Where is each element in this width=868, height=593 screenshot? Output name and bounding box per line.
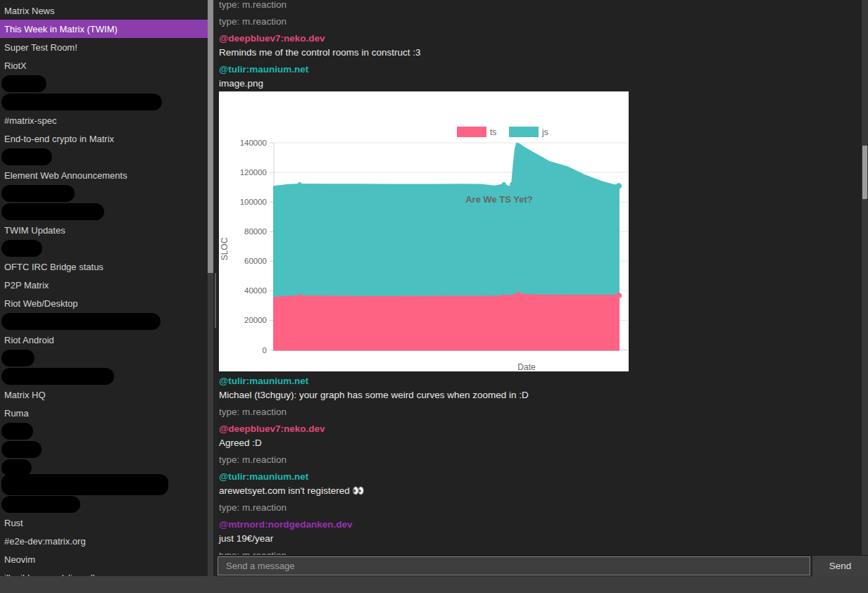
series-area-ts <box>274 294 619 350</box>
room-item[interactable]: OFTC IRC Bridge status <box>0 257 208 276</box>
image-attachment[interactable]: 020000400006000080000100000120000140000A… <box>219 91 629 371</box>
room-item[interactable]: Matrix HQ <box>0 385 208 404</box>
legend-label-js[interactable]: js <box>541 127 548 137</box>
room-name: #e2e-dev:matrix.org <box>4 536 86 547</box>
room-item[interactable]: Matrix News <box>0 1 208 20</box>
room-item-redacted[interactable] <box>0 312 208 331</box>
room-item[interactable]: Riot Android <box>0 331 208 349</box>
room-name: Riot Android <box>4 335 54 345</box>
legend-label-ts[interactable]: ts <box>490 127 496 137</box>
room-item-redacted[interactable] <box>0 148 208 166</box>
room-item[interactable]: illegible room (clipped) <box>0 568 208 576</box>
redacted-room-name <box>1 441 42 458</box>
message-sender[interactable]: @tulir:maunium.net <box>219 374 868 388</box>
sidebar-resize-handle[interactable] <box>215 273 216 328</box>
message: @mtrnord:nordgedanken.devjust 19€/year <box>219 518 868 546</box>
message-sender[interactable]: @tulir:maunium.net <box>219 63 868 77</box>
redacted-room-name <box>1 423 33 440</box>
message-list: type: m.reactiontype: m.reaction@deepblu… <box>219 0 868 555</box>
data-point-ts <box>616 293 622 298</box>
message-sender[interactable]: @deepbluev7:neko.dev <box>219 32 868 46</box>
y-tick-label: 120000 <box>240 168 267 177</box>
room-item-redacted[interactable] <box>0 495 208 514</box>
room-item-redacted[interactable] <box>0 440 208 459</box>
room-item[interactable]: Ruma <box>0 404 208 422</box>
redacted-room-name <box>1 240 42 257</box>
x-axis-title: Date <box>517 362 536 371</box>
data-point-ts <box>516 292 520 296</box>
data-point-js <box>298 182 302 186</box>
main-layout: Matrix NewsThis Week in Matrix (TWIM)Sup… <box>0 0 868 576</box>
legend-swatch-js[interactable] <box>509 127 539 137</box>
message-sender[interactable]: @mtrnord:nordgedanken.dev <box>219 518 868 532</box>
y-axis-title: SLOC <box>220 237 229 260</box>
message-body: just 19€/year <box>219 532 868 546</box>
data-point-js <box>502 182 506 186</box>
redacted-room-name <box>1 474 168 495</box>
room-name: Riot Web/Desktop <box>4 298 78 309</box>
room-name: Rust <box>4 518 23 528</box>
data-point-ts <box>502 294 506 298</box>
message-body: Agreed :D <box>219 436 868 450</box>
room-item-redacted[interactable] <box>0 75 208 93</box>
room-item[interactable]: Element Web Announcements <box>0 166 208 184</box>
message: @deepbluev7:neko.devReminds me of the co… <box>219 32 868 60</box>
room-item[interactable]: RiotX <box>0 56 208 75</box>
sloc-area-chart: 020000400006000080000100000120000140000A… <box>219 91 629 371</box>
event-type-text: type: m.reaction <box>219 549 868 555</box>
message: @tulir:maunium.netimage.png0200004000060… <box>219 63 868 371</box>
composer: Send <box>218 555 868 576</box>
room-item-redacted[interactable] <box>0 93 208 111</box>
room-item-redacted[interactable] <box>0 367 208 385</box>
message-sender[interactable]: @deepbluev7:neko.dev <box>219 422 868 436</box>
legend-swatch-ts[interactable] <box>457 127 486 137</box>
y-tick-label: 80000 <box>244 227 267 236</box>
room-item[interactable]: This Week in Matrix (TWIM) <box>0 20 208 38</box>
room-item-redacted[interactable] <box>0 349 208 367</box>
room-name: P2P Matrix <box>4 280 49 291</box>
message: @tulir:maunium.netMichael (t3chguy): you… <box>219 374 868 402</box>
event-meta: type: m.reaction <box>219 501 868 515</box>
timeline-scrollbar[interactable] <box>862 0 868 555</box>
room-item[interactable]: TWIM Updates <box>0 221 208 239</box>
room-item-redacted[interactable] <box>0 239 208 257</box>
room-item-redacted[interactable] <box>0 184 208 203</box>
event-type-text: type: m.reaction <box>219 0 868 12</box>
room-item[interactable]: Neovim <box>0 550 208 568</box>
redacted-room-name <box>1 313 161 330</box>
room-name: OFTC IRC Bridge status <box>4 262 103 272</box>
event-meta: type: m.reaction <box>219 549 868 555</box>
chat-pane: type: m.reactiontype: m.reaction@deepblu… <box>218 0 868 576</box>
room-item[interactable]: Super Test Room! <box>0 38 208 56</box>
room-item-redacted[interactable] <box>0 477 208 495</box>
y-tick-label: 0 <box>263 346 267 355</box>
room-item[interactable]: End-to-end crypto in Matrix <box>0 129 208 148</box>
room-item-redacted[interactable] <box>0 422 208 440</box>
room-item-redacted[interactable] <box>0 203 208 221</box>
room-item[interactable]: Riot Web/Desktop <box>0 294 208 312</box>
send-button[interactable]: Send <box>812 556 868 576</box>
room-item[interactable]: #e2e-dev:matrix.org <box>0 532 208 550</box>
room-item[interactable]: P2P Matrix <box>0 276 208 294</box>
event-type-text: type: m.reaction <box>219 405 868 419</box>
event-meta: type: m.reaction <box>219 453 868 467</box>
room-list: Matrix NewsThis Week in Matrix (TWIM)Sup… <box>0 0 208 576</box>
timeline-scrollbar-thumb[interactable] <box>862 146 867 199</box>
room-item[interactable]: #matrix-spec <box>0 111 208 129</box>
y-tick-label: 100000 <box>240 198 267 206</box>
sidebar-scrollbar[interactable] <box>208 0 213 576</box>
message-input[interactable] <box>218 556 810 575</box>
room-name: Element Web Announcements <box>4 170 127 181</box>
room-name: #matrix-spec <box>4 115 56 126</box>
message-body: arewetsyet.com isn't registered 👀 <box>219 484 868 498</box>
redacted-room-name <box>1 350 34 366</box>
room-name: TWIM Updates <box>4 225 65 236</box>
timeline: type: m.reactiontype: m.reaction@deepblu… <box>218 0 868 555</box>
y-tick-label: 60000 <box>244 257 267 265</box>
room-item[interactable]: Rust <box>0 514 208 532</box>
sidebar-scrollbar-thumb[interactable] <box>208 0 213 273</box>
message-body: image.png <box>219 77 868 91</box>
room-name: Super Test Room! <box>4 42 77 53</box>
redacted-room-name <box>1 185 75 202</box>
message-sender[interactable]: @tulir:maunium.net <box>219 470 868 484</box>
